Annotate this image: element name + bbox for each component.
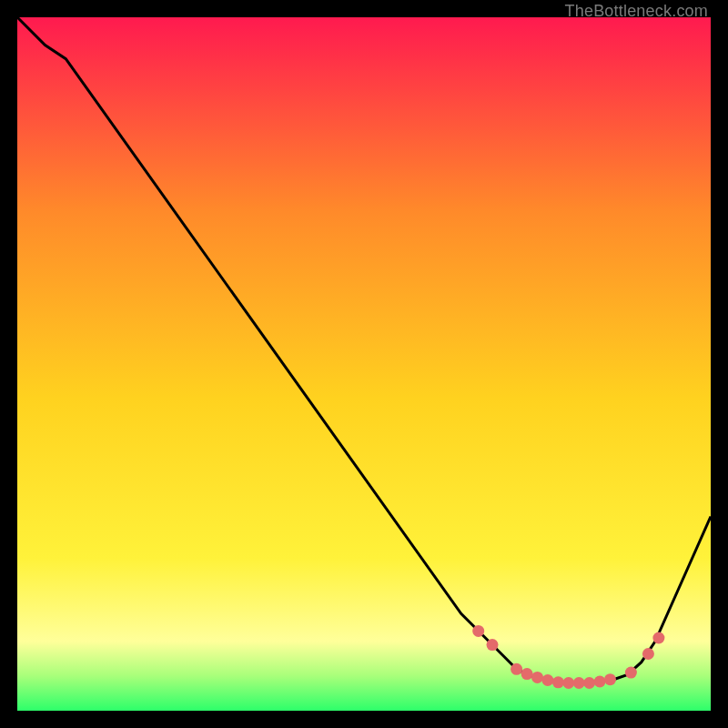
highlight-dots (472, 625, 664, 689)
highlight-dot (521, 668, 533, 680)
chart-canvas: TheBottleneck.com (0, 0, 728, 728)
highlight-dot (531, 672, 543, 683)
highlight-dot (573, 677, 585, 689)
curve-layer (17, 17, 711, 711)
highlight-dot (583, 677, 595, 689)
highlight-dot (594, 676, 606, 688)
plot-area (17, 17, 711, 711)
highlight-dot (511, 663, 522, 675)
highlight-dot (552, 676, 564, 688)
highlight-dot (487, 639, 499, 651)
highlight-dot (642, 648, 654, 660)
bottleneck-curve (17, 17, 711, 683)
highlight-dot (541, 674, 553, 686)
highlight-dot (562, 677, 574, 689)
highlight-dot (625, 667, 637, 679)
highlight-dot (472, 625, 484, 637)
highlight-dot (652, 632, 664, 644)
highlight-dot (604, 673, 616, 685)
attribution-label: TheBottleneck.com (565, 2, 708, 21)
